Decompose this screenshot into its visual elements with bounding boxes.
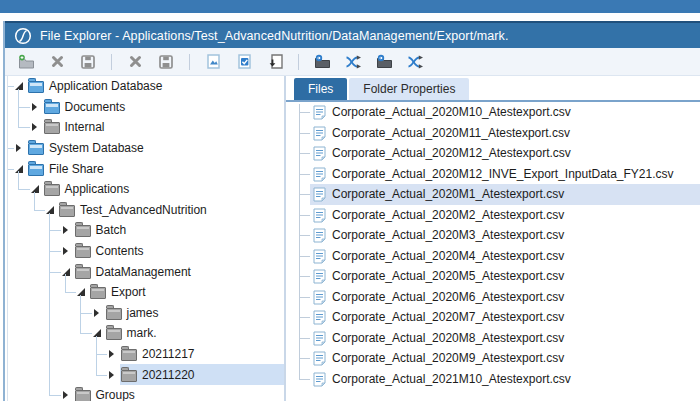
tree-item-body: Groups <box>74 385 285 401</box>
tree-item-label: DataManagement <box>96 265 191 279</box>
tree-connector <box>18 171 19 189</box>
tab-files[interactable]: Files <box>294 78 347 100</box>
expand-arrow-icon[interactable] <box>107 370 117 380</box>
csv-file-icon <box>313 105 326 120</box>
expand-arrow-icon[interactable] <box>14 143 24 153</box>
file-name-label: Corporate_Actual_2020M4_Atestexport.csv <box>332 249 564 263</box>
collapse-arrow-icon[interactable] <box>14 164 24 174</box>
collapse-arrow-icon[interactable] <box>14 81 24 91</box>
gray-folder-icon <box>121 349 137 361</box>
file-name-label: Corporate_Actual_2021M10_Atestexport.csv <box>332 372 571 386</box>
file-item[interactable]: Corporate_Actual_2020M12_Atestexport.csv <box>310 143 700 164</box>
collapse-arrow-icon[interactable] <box>61 267 71 277</box>
tree-connector <box>80 295 81 334</box>
delete-file-button[interactable] <box>126 53 144 71</box>
collapse-arrow-icon[interactable] <box>45 205 55 215</box>
file-name-label: Corporate_Actual_2020M3_Atestexport.csv <box>332 228 564 242</box>
file-list-connector <box>299 104 300 379</box>
tab-folder-properties[interactable]: Folder Properties <box>349 78 469 100</box>
tree-connector <box>80 333 92 334</box>
csv-file-icon <box>313 249 326 264</box>
file-item[interactable]: Corporate_Actual_2020M5_Atestexport.csv <box>310 266 700 287</box>
gray-folder-icon <box>75 225 91 237</box>
tree-item-internal[interactable]: Internal <box>8 117 284 138</box>
tree-item-file-share[interactable]: File Share <box>8 158 284 179</box>
import-document-button[interactable] <box>266 53 284 71</box>
expand-arrow-icon[interactable] <box>30 102 40 112</box>
tree-item-applications[interactable]: Applications <box>8 179 284 200</box>
checkin-document-button[interactable] <box>235 53 253 71</box>
extract-file-button[interactable] <box>375 53 393 71</box>
preview-document-button[interactable] <box>204 53 222 71</box>
gray-folder-icon <box>106 308 122 320</box>
folder-tree: Application DatabaseDocumentsInternalSys… <box>8 76 284 401</box>
file-item[interactable]: Corporate_Actual_2020M10_Atestexport.csv <box>310 102 700 123</box>
csv-file-icon <box>313 208 326 223</box>
tree-item-label: james <box>127 306 159 320</box>
file-name-label: Corporate_Actual_2020M1_Atestexport.csv <box>332 187 564 201</box>
file-name-label: Corporate_Actual_2020M10_Atestexport.csv <box>332 105 571 119</box>
gray-folder-icon <box>75 267 91 279</box>
tree-connector <box>96 354 108 355</box>
tree-item-label: Documents <box>65 100 126 114</box>
process-folder-button[interactable] <box>344 53 362 71</box>
expand-arrow-icon[interactable] <box>61 246 71 256</box>
file-item[interactable]: Corporate_Actual_2021M10_Atestexport.csv <box>310 369 700 390</box>
file-item[interactable]: Corporate_Actual_2020M6_Atestexport.csv <box>310 287 700 308</box>
tree-item-label: Batch <box>96 223 127 237</box>
process-file-button[interactable] <box>406 53 424 71</box>
csv-file-icon <box>313 146 326 161</box>
collapse-arrow-icon[interactable] <box>76 287 86 297</box>
tree-item-body: 20211217 <box>120 344 284 365</box>
tree-item-label: 20211217 <box>142 347 195 361</box>
tree-item-label: Applications <box>65 182 130 196</box>
expand-arrow-icon[interactable] <box>107 349 117 359</box>
window-title: File Explorer - Applications/Test_Advanc… <box>40 29 509 43</box>
tree-item-body: 20211220 <box>120 364 284 385</box>
file-item[interactable]: Corporate_Actual_2020M11_Atestexport.csv <box>310 123 700 144</box>
file-item[interactable]: Corporate_Actual_2020M3_Atestexport.csv <box>310 225 700 246</box>
file-name-label: Corporate_Actual_2020M12_INVE_Export_Inp… <box>332 167 674 181</box>
delete-button[interactable] <box>48 53 66 71</box>
file-name-label: Corporate_Actual_2020M5_Atestexport.csv <box>332 269 564 283</box>
tree-item-label: Internal <box>65 120 105 134</box>
file-item[interactable]: Corporate_Actual_2020M1_Atestexport.csv <box>310 184 700 205</box>
csv-file-icon <box>313 167 326 182</box>
tree-item-body: mark. <box>105 323 285 344</box>
extract-folder-button[interactable] <box>313 53 331 71</box>
file-item[interactable]: Corporate_Actual_2020M2_Atestexport.csv <box>310 205 700 226</box>
tree-item-system-database[interactable]: System Database <box>8 138 284 159</box>
create-folder-button[interactable] <box>17 53 35 71</box>
tree-item-label: System Database <box>49 141 144 155</box>
collapse-arrow-icon[interactable] <box>92 328 102 338</box>
blue-folder-icon <box>28 81 44 93</box>
expand-arrow-icon[interactable] <box>30 122 40 132</box>
file-item[interactable]: Corporate_Actual_2020M7_Atestexport.csv <box>310 307 700 328</box>
save-file-button[interactable] <box>157 53 175 71</box>
tree-item-label: Application Database <box>49 79 162 93</box>
toolbar-separator <box>189 54 190 70</box>
file-item[interactable]: Corporate_Actual_2020M4_Atestexport.csv <box>310 246 700 267</box>
tree-item-body: File Share <box>27 158 284 179</box>
gray-folder-icon <box>44 184 60 196</box>
expand-arrow-icon[interactable] <box>92 308 102 318</box>
tree-item-documents[interactable]: Documents <box>8 97 284 118</box>
collapse-arrow-icon[interactable] <box>30 184 40 194</box>
expand-arrow-icon[interactable] <box>61 390 71 400</box>
tree-connector <box>18 89 19 128</box>
gray-folder-icon <box>121 370 137 382</box>
file-item[interactable]: Corporate_Actual_2020M8_Atestexport.csv <box>310 328 700 349</box>
file-name-label: Corporate_Actual_2020M12_Atestexport.csv <box>332 146 571 160</box>
title-bar: File Explorer - Applications/Test_Advanc… <box>5 21 700 48</box>
csv-file-icon <box>313 372 326 387</box>
tree-item-label: Groups <box>96 388 135 401</box>
file-item[interactable]: Corporate_Actual_2020M12_INVE_Export_Inp… <box>310 164 700 185</box>
gray-folder-icon <box>59 205 75 217</box>
file-item[interactable]: Corporate_Actual_2020M9_Atestexport.csv <box>310 348 700 369</box>
tree-item-body: james <box>105 303 285 324</box>
file-name-label: Corporate_Actual_2020M11_Atestexport.csv <box>332 126 570 140</box>
tree-item-application-database[interactable]: Application Database <box>8 76 284 97</box>
expand-arrow-icon[interactable] <box>61 225 71 235</box>
save-button[interactable] <box>79 53 97 71</box>
tree-connector <box>80 313 92 314</box>
